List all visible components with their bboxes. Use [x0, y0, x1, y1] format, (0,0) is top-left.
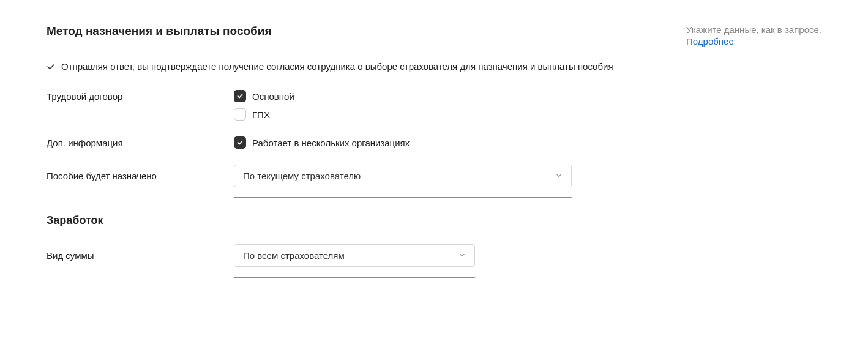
- checkbox-item-gph[interactable]: ГПХ: [234, 108, 821, 121]
- section-title: Метод назначения и выплаты пособия: [47, 24, 272, 38]
- checkbox-checked-icon[interactable]: [234, 90, 246, 102]
- hint-link[interactable]: Подробнее: [686, 36, 821, 47]
- contract-checkbox-group: Основной ГПХ: [234, 90, 821, 121]
- benefit-select[interactable]: По текущему страхователю: [234, 165, 572, 187]
- benefit-select-value: По текущему страхователю: [243, 171, 361, 181]
- checkbox-item-main[interactable]: Основной: [234, 90, 821, 102]
- chevron-down-icon: [458, 250, 466, 261]
- consent-text: Отправляя ответ, вы подтверждаете получе…: [61, 61, 613, 72]
- underline-accent: [234, 277, 475, 278]
- sum-type-row: Вид суммы По всем страхователям: [47, 244, 821, 278]
- section-header: Метод назначения и выплаты пособия Укажи…: [47, 24, 821, 47]
- checkbox-label: ГПХ: [252, 110, 270, 120]
- additional-checkbox-group: Работает в нескольких организациях: [234, 136, 821, 149]
- additional-row: Доп. информация Работает в нескольких ор…: [47, 136, 821, 149]
- sum-type-select-value: По всем страхователям: [243, 250, 345, 261]
- check-icon: [47, 62, 55, 71]
- contract-label: Трудовой договор: [47, 90, 234, 102]
- hint-block: Укажите данные, как в запросе. Подробнее: [686, 24, 821, 47]
- earnings-title: Заработок: [47, 214, 821, 227]
- sum-type-select[interactable]: По всем страхователям: [234, 244, 475, 267]
- hint-text: Укажите данные, как в запросе.: [686, 24, 821, 35]
- checkbox-checked-icon[interactable]: [234, 136, 246, 149]
- checkbox-label: Работает в нескольких организациях: [252, 138, 410, 148]
- consent-row: Отправляя ответ, вы подтверждаете получе…: [47, 61, 821, 72]
- underline-accent: [234, 197, 572, 198]
- chevron-down-icon: [555, 171, 563, 181]
- benefit-row: Пособие будет назначено По текущему стра…: [47, 165, 821, 198]
- contract-row: Трудовой договор Основной ГПХ: [47, 90, 821, 121]
- sum-type-label: Вид суммы: [47, 244, 234, 261]
- additional-label: Доп. информация: [47, 136, 234, 148]
- benefit-label: Пособие будет назначено: [47, 165, 234, 181]
- checkbox-item-multi-org[interactable]: Работает в нескольких организациях: [234, 136, 821, 149]
- checkbox-unchecked-icon[interactable]: [234, 108, 246, 121]
- checkbox-label: Основной: [252, 91, 294, 102]
